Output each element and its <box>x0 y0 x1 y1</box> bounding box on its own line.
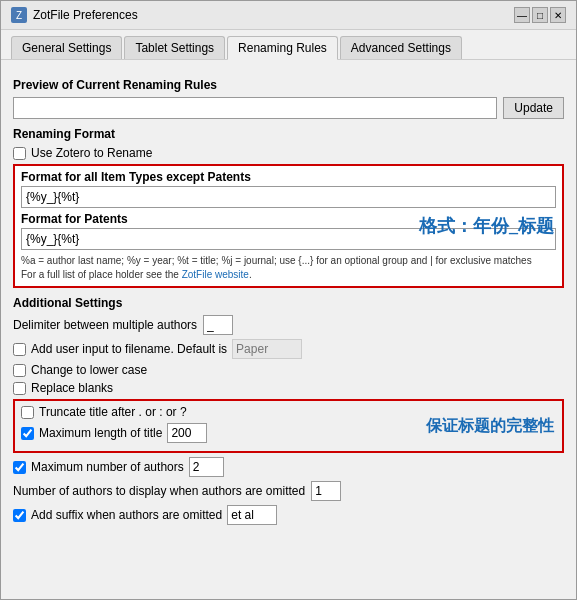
max-authors-label: Maximum number of authors <box>31 460 184 474</box>
tab-advanced-settings[interactable]: Advanced Settings <box>340 36 462 59</box>
max-length-input[interactable] <box>167 423 207 443</box>
max-length-label: Maximum length of title <box>39 426 162 440</box>
suffix-checkbox[interactable] <box>13 509 26 522</box>
preview-section-title: Preview of Current Renaming Rules <box>13 78 564 92</box>
change-lower-checkbox[interactable] <box>13 364 26 377</box>
additional-settings-section: Additional Settings Delimiter between mu… <box>13 296 564 525</box>
replace-blanks-row: Replace blanks <box>13 381 564 395</box>
use-zotero-label: Use Zotero to Rename <box>31 146 152 160</box>
omit-label: Number of authors to display when author… <box>13 484 305 498</box>
replace-blanks-checkbox[interactable] <box>13 382 26 395</box>
change-lower-label: Change to lower case <box>31 363 147 377</box>
format-patents-label: Format for Patents <box>21 212 556 226</box>
update-button[interactable]: Update <box>503 97 564 119</box>
title-controls: — □ ✕ <box>514 7 566 23</box>
format-all-section: Format for all Item Types except Patents… <box>13 164 564 288</box>
format-patents-input[interactable] <box>21 228 556 250</box>
truncate-watermark: 保证标题的完整性 <box>426 417 554 434</box>
additional-settings-title: Additional Settings <box>13 296 564 310</box>
minimize-button[interactable]: — <box>514 7 530 23</box>
omit-input[interactable] <box>311 481 341 501</box>
use-zotero-checkbox[interactable] <box>13 147 26 160</box>
suffix-label: Add suffix when authors are omitted <box>31 508 222 522</box>
title-bar: Z ZotFile Preferences — □ ✕ <box>1 1 576 30</box>
add-user-input-label: Add user input to filename. Default is <box>31 342 227 356</box>
format-all-input[interactable] <box>21 186 556 208</box>
hint-line2-prefix: For a full list of place holder see the <box>21 269 182 280</box>
preview-row: Update <box>13 97 564 119</box>
main-window: Z ZotFile Preferences — □ ✕ General Sett… <box>0 0 577 600</box>
format-all-label: Format for all Item Types except Patents <box>21 170 556 184</box>
add-user-input-field[interactable] <box>232 339 302 359</box>
truncate-max-box: Truncate title after . or : or ? Maximum… <box>13 399 564 453</box>
content-area: Preview of Current Renaming Rules Update… <box>1 60 576 599</box>
tab-renaming-rules[interactable]: Renaming Rules <box>227 36 338 60</box>
zotfile-link[interactable]: ZotFile website <box>182 269 249 280</box>
title-bar-left: Z ZotFile Preferences <box>11 7 138 23</box>
omit-row: Number of authors to display when author… <box>13 481 564 501</box>
window-title: ZotFile Preferences <box>33 8 138 22</box>
max-authors-input[interactable] <box>189 457 224 477</box>
suffix-row: Add suffix when authors are omitted <box>13 505 564 525</box>
use-zotero-row: Use Zotero to Rename <box>13 146 564 160</box>
add-user-input-row: Add user input to filename. Default is <box>13 339 564 359</box>
hint-line2-suffix: . <box>249 269 252 280</box>
tab-general-settings[interactable]: General Settings <box>11 36 122 59</box>
delimiter-input[interactable] <box>203 315 233 335</box>
add-user-input-checkbox[interactable] <box>13 343 26 356</box>
delimiter-row: Delimiter between multiple authors <box>13 315 564 335</box>
delimiter-label: Delimiter between multiple authors <box>13 318 197 332</box>
preview-input[interactable] <box>13 97 497 119</box>
truncate-checkbox[interactable] <box>21 406 34 419</box>
app-icon: Z <box>11 7 27 23</box>
hint-text: %a = author last name; %y = year; %t = t… <box>21 254 556 282</box>
suffix-input[interactable] <box>227 505 277 525</box>
replace-blanks-label: Replace blanks <box>31 381 113 395</box>
tabs-bar: General Settings Tablet Settings Renamin… <box>1 30 576 60</box>
close-button[interactable]: ✕ <box>550 7 566 23</box>
hint-line1: %a = author last name; %y = year; %t = t… <box>21 255 532 266</box>
renaming-format-title: Renaming Format <box>13 127 564 141</box>
max-length-checkbox[interactable] <box>21 427 34 440</box>
maximize-button[interactable]: □ <box>532 7 548 23</box>
change-lower-row: Change to lower case <box>13 363 564 377</box>
max-authors-checkbox[interactable] <box>13 461 26 474</box>
tab-tablet-settings[interactable]: Tablet Settings <box>124 36 225 59</box>
truncate-label: Truncate title after . or : or ? <box>39 405 187 419</box>
max-authors-row: Maximum number of authors <box>13 457 564 477</box>
